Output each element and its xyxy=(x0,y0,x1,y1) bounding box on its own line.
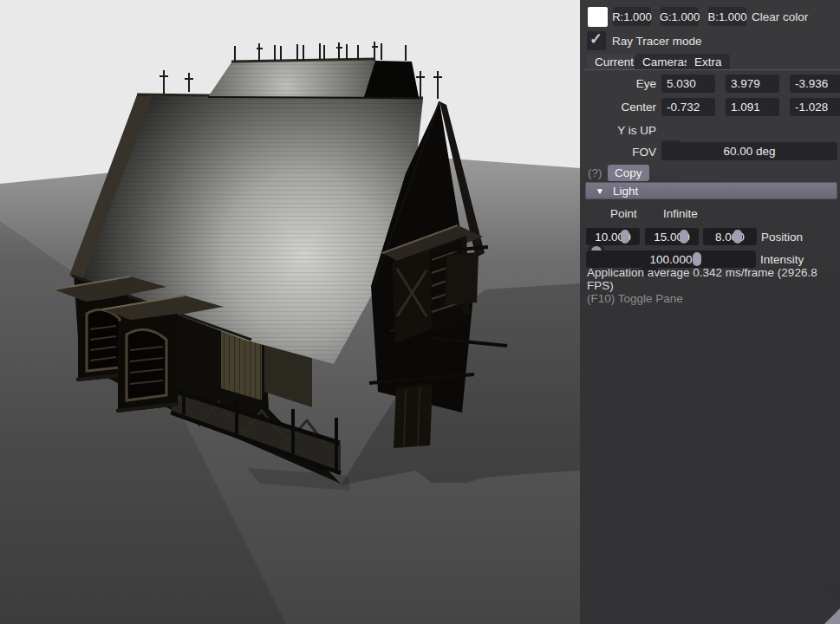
light-header-label: Light xyxy=(613,185,638,198)
light-intensity-slider[interactable]: 100.000 xyxy=(586,250,756,268)
clear-color-swatch[interactable] xyxy=(588,7,608,27)
eye-y-value: 3.979 xyxy=(731,77,760,90)
center-x-value: -0.732 xyxy=(667,101,700,114)
tab-extra[interactable]: Extra xyxy=(687,54,730,70)
tab-separator xyxy=(583,69,840,70)
intensity-value: 100.000 xyxy=(650,253,693,266)
copy-button[interactable]: Copy xyxy=(608,165,649,181)
eye-z-field[interactable]: -3.936 xyxy=(790,75,840,93)
settings-panel: R:1.000 G:1.000 B:1.000 Clear color ✓ Ra… xyxy=(580,0,840,624)
center-z-value: -1.028 xyxy=(795,101,828,114)
position-label: Position xyxy=(761,228,803,245)
center-x-field[interactable]: -0.732 xyxy=(661,98,715,116)
eye-z-value: -3.936 xyxy=(795,77,828,90)
ray-tracer-checkbox[interactable]: ✓ xyxy=(587,31,606,50)
check-icon: ✓ xyxy=(589,29,602,49)
eye-x-field[interactable]: 5.030 xyxy=(661,75,715,93)
blue-value-label: B:1.000 xyxy=(708,10,747,23)
light-position-x-slider[interactable]: 10.000 xyxy=(586,228,640,245)
eye-y-field[interactable]: 3.979 xyxy=(726,75,779,93)
eye-label: Eye xyxy=(580,77,656,90)
point-radio-label: Point xyxy=(610,205,637,222)
collapse-triangle-icon: ▼ xyxy=(596,186,604,196)
center-z-field[interactable]: -1.028 xyxy=(790,98,840,116)
red-value-button[interactable]: R:1.000 xyxy=(613,7,651,26)
intensity-label: Intensity xyxy=(760,250,804,268)
resize-grip[interactable] xyxy=(824,608,840,624)
performance-stats: Application average 0.342 ms/frame (2926… xyxy=(587,272,840,286)
tab-current[interactable]: Current xyxy=(587,54,641,70)
tab-extra-label: Extra xyxy=(694,55,722,68)
light-section-header[interactable]: ▼ Light xyxy=(585,182,837,199)
copy-button-label: Copy xyxy=(615,166,642,179)
fov-field[interactable]: 60.00 deg xyxy=(661,142,837,160)
light-position-z-slider[interactable]: 8.000 xyxy=(703,228,757,245)
fov-value: 60.00 deg xyxy=(723,145,775,158)
y-up-label: Y is UP xyxy=(580,124,656,137)
fov-label: FOV xyxy=(580,146,656,159)
infinite-radio-label: Infinite xyxy=(663,205,698,222)
light-position-y-slider[interactable]: 15.000 xyxy=(645,228,699,245)
red-value-label: R:1.000 xyxy=(612,10,652,23)
slider-grab[interactable] xyxy=(621,230,629,244)
center-y-value: 1.091 xyxy=(731,101,760,114)
help-hint: (?) xyxy=(588,165,602,181)
green-value-button[interactable]: G:1.000 xyxy=(661,7,699,26)
green-value-label: G:1.000 xyxy=(660,10,700,23)
slider-grab[interactable] xyxy=(733,230,742,244)
slider-grab[interactable] xyxy=(693,252,701,266)
center-label: Center xyxy=(580,101,656,114)
ray-tracer-label: Ray Tracer mode xyxy=(612,31,702,50)
app-window: R:1.000 G:1.000 B:1.000 Clear color ✓ Ra… xyxy=(0,0,840,624)
blue-value-button[interactable]: B:1.000 xyxy=(708,7,746,26)
toggle-pane-hint: (F10) Toggle Pane xyxy=(587,291,683,305)
eye-x-value: 5.030 xyxy=(667,77,696,90)
tab-cameras-label: Cameras xyxy=(642,55,690,68)
tab-current-label: Current xyxy=(595,55,634,68)
center-y-field[interactable]: 1.091 xyxy=(726,98,779,116)
slider-grab[interactable] xyxy=(680,230,688,244)
clear-color-label: Clear color xyxy=(752,7,808,26)
